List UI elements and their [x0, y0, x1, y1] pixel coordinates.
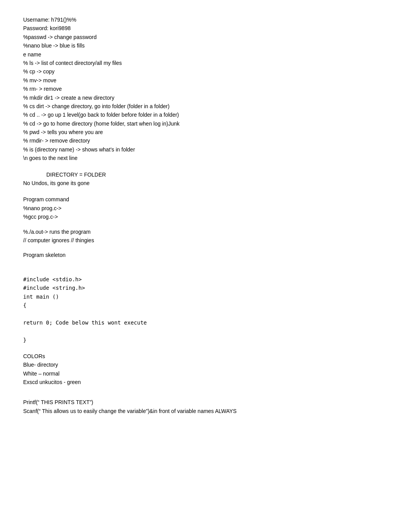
code-section: #include <stdio.h> #include <string.h> i… [23, 275, 387, 344]
empty-line-2 [23, 327, 387, 335]
no-undos: No Undos, its gone its gone [23, 179, 387, 187]
colors-label: COLORs [23, 352, 387, 360]
line-nano-blue: %nano blue -> blue is fills [23, 41, 387, 50]
exscd-green: Exscd unkucitos - green [23, 378, 387, 386]
program-skeleton-section: Program skeleton [23, 251, 387, 259]
line-rmdir: % rmdir- > remove directory [23, 136, 387, 145]
commands-section: Username: h791()%% Password: kori9898 %p… [23, 15, 387, 163]
program-command-section: Program command %nano prog.c-> %gcc prog… [23, 195, 387, 221]
open-brace: { [23, 301, 387, 309]
page-content: Username: h791()%% Password: kori9898 %p… [23, 15, 387, 415]
gcc-prog: %gcc prog.c-> [23, 212, 387, 221]
line-password: Password: kori9898 [23, 24, 387, 32]
line-rm: % rm- > remove [23, 85, 387, 93]
program-command-label: Program command [23, 195, 387, 204]
line-newline: \n goes to the next line [23, 154, 387, 162]
nano-prog: %nano prog.c-> [23, 204, 387, 212]
include-stdio: #include <stdio.h> [23, 275, 387, 284]
line-cp: % cp -> copy [23, 67, 387, 76]
include-string: #include <string.h> [23, 284, 387, 292]
line-pwd: % pwd -> tells you where you are [23, 128, 387, 136]
blue-directory: Blue- directory [23, 360, 387, 369]
line-mv: % mv-> move [23, 76, 387, 85]
line-cd-home: % cd -> go to home directory (home folde… [23, 119, 387, 128]
colors-section: COLORs Blue- directory White – normal Ex… [23, 352, 387, 387]
line-e-name: e name [23, 50, 387, 59]
line-is: % is (directory name) -> shows what’s in… [23, 145, 387, 154]
computer-ignores: // computer ignores // thingies [23, 236, 387, 245]
printf-section: Printf(“ THIS PRINTS TEXT”) Scanf(“ This… [23, 398, 387, 415]
line-ls: % ls -> list of contect directory/all my… [23, 59, 387, 67]
aout-runs: %./a.out-> runs the program [23, 228, 387, 236]
close-brace: } [23, 336, 387, 344]
run-program-section: %./a.out-> runs the program // computer … [23, 228, 387, 245]
line-mkdir: % mkdir dir1 -> create a new directory [23, 93, 387, 102]
printf-label: Printf(“ THIS PRINTS TEXT”) [23, 398, 387, 406]
line-cd-dotdot: % cd .. -> go up 1 level(go back to fold… [23, 110, 387, 119]
return-statement: return 0; Code below this wont execute [23, 318, 387, 327]
white-normal: White – normal [23, 369, 387, 378]
empty-line-1 [23, 309, 387, 318]
program-skeleton-label: Program skeleton [23, 251, 387, 259]
directory-equals-folder: DIRECTORY = FOLDER [23, 170, 387, 179]
line-username: Username: h791()%% [23, 15, 387, 24]
line-cs-dirt: % cs dirt -> change directory, go into f… [23, 102, 387, 110]
scanf-label: Scanf(“ This allows us to easily change … [23, 407, 387, 415]
directory-section: DIRECTORY = FOLDER No Undos, its gone it… [23, 170, 387, 188]
line-passwd: %passwd -> change password [23, 33, 387, 41]
int-main: int main () [23, 292, 387, 301]
